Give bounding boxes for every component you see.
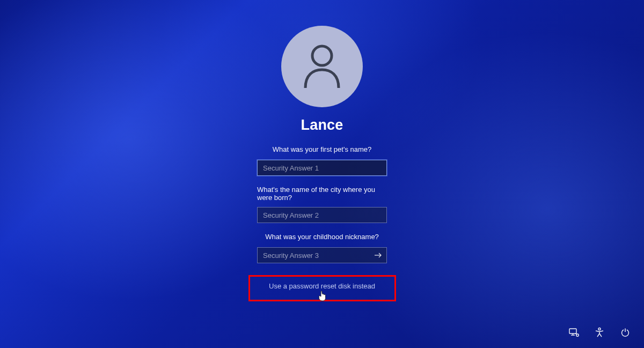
security-answer-3-group xyxy=(257,247,387,263)
power-icon xyxy=(620,328,630,337)
security-question-3: What was your childhood nickname? xyxy=(265,233,379,241)
cursor-pointer-icon xyxy=(318,291,326,301)
network-button[interactable] xyxy=(568,327,580,338)
security-question-1: What was your first pet's name? xyxy=(273,145,372,153)
svg-line-10 xyxy=(599,334,602,337)
arrow-right-icon xyxy=(374,252,383,258)
avatar xyxy=(281,26,363,107)
accessibility-button[interactable] xyxy=(594,327,605,338)
bottom-toolbar xyxy=(568,327,631,338)
security-question-2: What's the name of the city where you we… xyxy=(257,186,387,202)
svg-rect-2 xyxy=(569,329,576,334)
security-answer-1-input[interactable] xyxy=(257,160,387,176)
login-form: Lance What was your first pet's name? Wh… xyxy=(215,26,429,301)
security-answer-3-input[interactable] xyxy=(257,247,387,263)
network-icon xyxy=(568,328,579,337)
svg-point-0 xyxy=(312,46,332,65)
highlight-box: Use a password reset disk instead xyxy=(248,275,396,301)
password-reset-disk-link[interactable]: Use a password reset disk instead xyxy=(269,282,375,290)
svg-point-7 xyxy=(598,328,601,330)
power-button[interactable] xyxy=(619,327,631,338)
user-icon xyxy=(301,43,343,90)
username-label: Lance xyxy=(301,117,343,134)
svg-line-9 xyxy=(597,334,599,337)
submit-arrow-button[interactable] xyxy=(373,250,384,261)
security-answer-2-input[interactable] xyxy=(257,207,387,223)
accessibility-icon xyxy=(594,327,605,338)
